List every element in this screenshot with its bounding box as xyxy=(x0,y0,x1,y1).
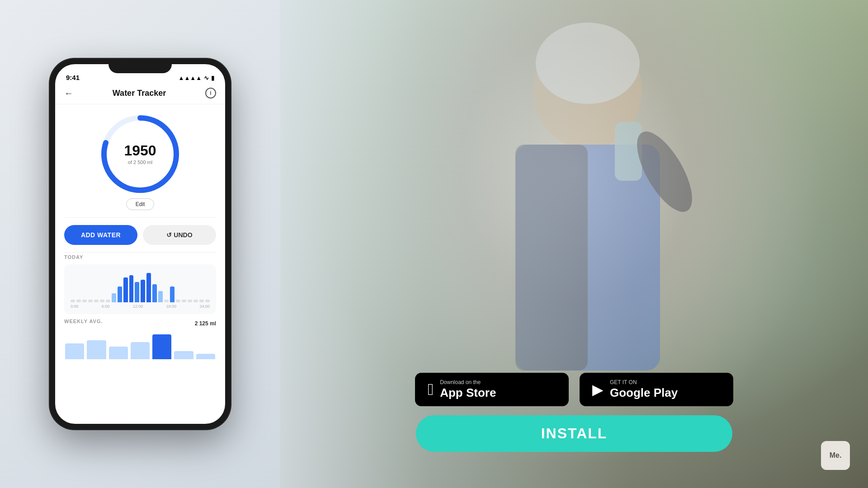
weekly-bar xyxy=(109,347,128,359)
left-panel: 9:41 ▲▲▲▲ ∿ ▮ ← Water Tracker i xyxy=(0,0,280,488)
chart-area: 0:00 6:00 12:00 18:00 24:00 xyxy=(64,264,216,314)
app-store-button[interactable]:  Download on the App Store xyxy=(415,373,569,406)
chart-bar xyxy=(141,280,145,302)
wifi-icon: ∿ xyxy=(204,75,209,81)
chart-bar xyxy=(82,300,87,302)
chart-bars xyxy=(69,270,212,302)
chart-bar xyxy=(176,300,180,302)
ring-center: 1950 of 2 500 ml xyxy=(124,143,156,165)
chart-bar xyxy=(135,282,139,302)
today-section: TODAY 0:00 6:00 12:00 18:00 24:00 xyxy=(55,253,225,314)
me-badge-label: Me. xyxy=(830,451,842,460)
signal-icon: ▲▲▲▲ xyxy=(179,75,202,81)
chart-bar xyxy=(205,300,210,302)
right-panel:  Download on the App Store ▶ GET IT ON … xyxy=(280,0,868,488)
weekly-bar xyxy=(131,342,150,359)
me-badge: Me. xyxy=(821,441,850,470)
battery-icon: ▮ xyxy=(211,75,214,81)
chart-bar xyxy=(112,293,116,302)
ring-container: 1950 of 2 500 ml xyxy=(99,113,181,195)
chart-bar xyxy=(182,300,186,302)
weekly-bar xyxy=(87,340,106,359)
action-buttons: ADD WATER ↺ UNDO xyxy=(55,218,225,252)
app-header: ← Water Tracker i xyxy=(55,84,225,104)
water-value: 1950 xyxy=(124,143,156,158)
chart-bar xyxy=(106,300,110,302)
app-store-sub-label: Download on the xyxy=(440,379,496,385)
google-play-main-label: Google Play xyxy=(610,386,678,400)
weekly-bar xyxy=(174,351,193,359)
weekly-header: WEEKLY AVG. 2 125 ml xyxy=(64,319,216,328)
weekly-label: WEEKLY AVG. xyxy=(64,319,103,324)
phone-screen: 9:41 ▲▲▲▲ ∿ ▮ ← Water Tracker i xyxy=(55,64,225,424)
chart-bar xyxy=(71,300,75,302)
chart-label-18: 18:00 xyxy=(166,304,177,309)
app-store-text: Download on the App Store xyxy=(440,379,496,400)
chart-bar xyxy=(146,273,151,302)
right-content:  Download on the App Store ▶ GET IT ON … xyxy=(371,373,778,452)
undo-button[interactable]: ↺ UNDO xyxy=(143,225,216,245)
edit-button[interactable]: Edit xyxy=(126,198,155,210)
weekly-bar xyxy=(152,334,171,359)
app-title: Water Tracker xyxy=(113,89,166,98)
chart-bar xyxy=(193,300,198,302)
phone-notch xyxy=(108,59,172,73)
weekly-bar xyxy=(196,354,215,359)
chart-bar xyxy=(158,291,163,302)
google-play-button[interactable]: ▶ GET IT ON Google Play xyxy=(580,373,733,406)
weekly-bars xyxy=(64,332,216,359)
phone-mockup: 9:41 ▲▲▲▲ ∿ ▮ ← Water Tracker i xyxy=(50,59,231,429)
info-icon[interactable]: i xyxy=(205,88,216,99)
install-button[interactable]: INSTALL xyxy=(416,415,732,452)
google-play-icon: ▶ xyxy=(592,382,604,397)
chart-bar xyxy=(88,300,93,302)
chart-bar xyxy=(170,286,175,302)
chart-bar xyxy=(188,300,192,302)
chart-label-24: 24:00 xyxy=(199,304,210,309)
chart-bar xyxy=(123,277,128,302)
chart-labels: 0:00 6:00 12:00 18:00 24:00 xyxy=(69,302,212,309)
chart-bar xyxy=(129,275,134,302)
chart-label-12: 12:00 xyxy=(133,304,143,309)
chart-bar xyxy=(94,300,99,302)
water-goal-label: of 2 500 ml xyxy=(124,160,156,165)
store-buttons:  Download on the App Store ▶ GET IT ON … xyxy=(415,373,733,406)
weekly-section: WEEKLY AVG. 2 125 ml xyxy=(55,314,225,359)
chart-label-6: 6:00 xyxy=(102,304,110,309)
status-time: 9:41 xyxy=(66,74,80,81)
chart-label-0: 0:00 xyxy=(71,304,79,309)
today-label: TODAY xyxy=(64,254,216,260)
chart-bar xyxy=(118,286,122,302)
status-icons: ▲▲▲▲ ∿ ▮ xyxy=(179,75,214,81)
google-play-text: GET IT ON Google Play xyxy=(610,379,678,400)
chart-bar xyxy=(100,300,104,302)
weekly-bar xyxy=(65,343,84,359)
chart-bar xyxy=(152,284,157,302)
water-ring-section: 1950 of 2 500 ml Edit xyxy=(55,104,225,217)
add-water-button[interactable]: ADD WATER xyxy=(64,225,137,245)
chart-bar xyxy=(199,300,204,302)
google-play-sub-label: GET IT ON xyxy=(610,379,678,385)
chart-bar xyxy=(164,300,169,302)
app-store-main-label: App Store xyxy=(440,386,496,400)
back-icon[interactable]: ← xyxy=(64,88,73,99)
weekly-value: 2 125 ml xyxy=(195,320,216,327)
chart-bar xyxy=(76,300,81,302)
apple-icon:  xyxy=(428,381,434,398)
